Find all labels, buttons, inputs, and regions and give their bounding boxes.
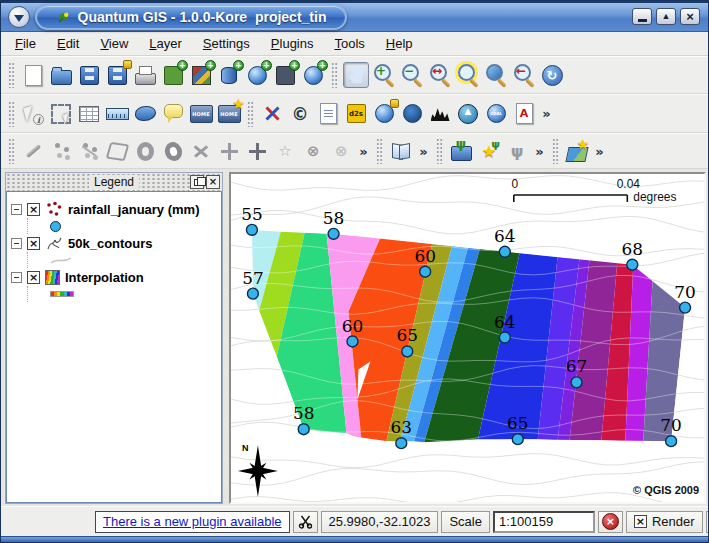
capture-polygon-icon[interactable]: [104, 138, 130, 164]
rain-point[interactable]: [328, 228, 339, 239]
open-project-icon[interactable]: [48, 62, 74, 88]
rain-point[interactable]: [680, 302, 691, 313]
gdal-tools-icon[interactable]: GDAL: [483, 101, 509, 127]
layer-label[interactable]: rainfall_january (mm): [68, 202, 200, 217]
delete-ring-icon[interactable]: ⊗: [300, 138, 326, 164]
toolbar-handle[interactable]: [8, 138, 15, 164]
capture-line-icon[interactable]: [76, 138, 102, 164]
add-gps-layer-icon[interactable]: +: [272, 62, 298, 88]
move-feature-icon[interactable]: [216, 138, 242, 164]
save-project-icon[interactable]: [76, 62, 102, 88]
map-canvas[interactable]: 555860646870576065646758636570 0 0.04 de…: [229, 172, 706, 504]
layer-visibility-checkbox[interactable]: ×: [27, 271, 40, 284]
new-bookmark-icon[interactable]: HOME★: [216, 101, 242, 127]
identify-features-icon[interactable]: i: [20, 101, 46, 127]
tools-overflow-icon[interactable]: »: [592, 138, 607, 164]
grass-new-mapset-icon[interactable]: [476, 138, 502, 164]
extents-toggle-button[interactable]: [293, 511, 318, 533]
rain-point[interactable]: [347, 336, 358, 347]
plugin-notice-link[interactable]: There is a new plugin available: [95, 511, 290, 533]
menu-file[interactable]: File: [7, 33, 44, 54]
rain-point[interactable]: [247, 288, 258, 299]
menu-view[interactable]: View: [92, 33, 136, 54]
layer-label[interactable]: Interpolation: [65, 270, 144, 285]
zoom-out-icon[interactable]: −: [399, 62, 425, 88]
digitize-overflow-icon[interactable]: »: [356, 138, 371, 164]
simplify-feature-icon[interactable]: ☆: [272, 138, 298, 164]
legend-layer-contours[interactable]: × 50k_contours: [11, 234, 221, 252]
rain-point[interactable]: [499, 246, 510, 257]
quick-print-icon[interactable]: A: [511, 101, 537, 127]
legend-panel-titlebar[interactable]: Legend ×: [6, 173, 222, 191]
minimize-button[interactable]: [632, 8, 652, 25]
add-vector-layer-icon[interactable]: +: [160, 62, 186, 88]
render-checkbox[interactable]: ×: [634, 515, 647, 528]
measure-line-icon[interactable]: [104, 101, 130, 127]
capture-point-icon[interactable]: [48, 138, 74, 164]
split-features-icon[interactable]: [188, 138, 214, 164]
raster-histogram-icon[interactable]: [427, 101, 453, 127]
help-contents-icon[interactable]: [388, 138, 414, 164]
maximize-button[interactable]: ▲: [656, 8, 676, 25]
new-project-icon[interactable]: [20, 62, 46, 88]
layer-visibility-checkbox[interactable]: ×: [27, 203, 40, 216]
zoom-in-icon[interactable]: +: [371, 62, 397, 88]
rain-point[interactable]: [666, 436, 677, 447]
menu-settings[interactable]: Settings: [195, 33, 258, 54]
zoom-to-layer-icon[interactable]: [483, 62, 509, 88]
north-arrow-plugin-icon[interactable]: ▲: [455, 101, 481, 127]
menu-edit[interactable]: Edit: [49, 33, 87, 54]
menu-plugins[interactable]: Plugins: [263, 33, 322, 54]
zoom-full-extent-icon[interactable]: ↔: [427, 62, 453, 88]
zoom-last-icon[interactable]: ←: [511, 62, 537, 88]
add-postgis-layer-icon[interactable]: +: [216, 62, 242, 88]
rain-point[interactable]: [246, 224, 257, 235]
menu-help[interactable]: Help: [378, 33, 421, 54]
grass-close-mapset-icon[interactable]: [504, 138, 530, 164]
close-button[interactable]: ×: [680, 8, 700, 25]
dxf2shape-icon[interactable]: d2s: [343, 101, 369, 127]
move-vertex-icon[interactable]: [244, 138, 270, 164]
toolbar-handle[interactable]: [8, 101, 15, 127]
render-toggle[interactable]: × Render: [626, 511, 703, 533]
toggle-editing-icon[interactable]: [20, 138, 46, 164]
rain-point[interactable]: [402, 346, 413, 357]
add-wfs-layer-icon[interactable]: +: [300, 62, 326, 88]
save-project-as-icon[interactable]: [104, 62, 130, 88]
add-wms-layer-icon[interactable]: +: [244, 62, 270, 88]
rain-point[interactable]: [298, 424, 309, 435]
georeferencer-icon[interactable]: [371, 101, 397, 127]
window-menu-button[interactable]: [8, 6, 30, 28]
measure-area-icon[interactable]: [132, 101, 158, 127]
map-tips-icon[interactable]: [160, 101, 186, 127]
menu-layer[interactable]: Layer: [141, 33, 190, 54]
grass-tools-icon[interactable]: [564, 138, 590, 164]
scale-input[interactable]: [493, 511, 595, 533]
pan-map-icon[interactable]: [343, 62, 369, 88]
rain-point[interactable]: [396, 438, 407, 449]
bookmark-home-icon[interactable]: HOME: [188, 101, 214, 127]
toolbar-handle[interactable]: [8, 62, 15, 88]
add-island-icon[interactable]: [160, 138, 186, 164]
help-overflow-icon[interactable]: »: [416, 138, 431, 164]
open-attribute-table-icon[interactable]: [76, 101, 102, 127]
layer-visibility-checkbox[interactable]: ×: [27, 237, 40, 250]
collapse-icon[interactable]: [11, 272, 22, 283]
menu-tools[interactable]: Tools: [326, 33, 372, 54]
add-ring-icon[interactable]: [132, 138, 158, 164]
rain-point[interactable]: [512, 434, 523, 445]
legend-float-button[interactable]: [190, 175, 204, 189]
copyright-label-icon[interactable]: ©: [287, 101, 313, 127]
projections-icon[interactable]: [399, 101, 425, 127]
add-raster-layer-icon[interactable]: +: [188, 62, 214, 88]
rain-point[interactable]: [571, 377, 582, 388]
legend-layer-interpolation[interactable]: × Interpolation: [11, 268, 221, 286]
zoom-to-selection-icon[interactable]: [455, 62, 481, 88]
crs-status-button[interactable]: ×: [706, 511, 709, 533]
legend-layer-rainfall[interactable]: × rainfall_january (mm): [11, 200, 221, 218]
plugins-overflow-icon[interactable]: »: [539, 101, 554, 127]
coordinate-capture-icon[interactable]: [259, 101, 285, 127]
rain-point[interactable]: [627, 259, 638, 270]
refresh-map-icon[interactable]: ↻: [539, 62, 565, 88]
delete-part-icon[interactable]: ⊗: [328, 138, 354, 164]
